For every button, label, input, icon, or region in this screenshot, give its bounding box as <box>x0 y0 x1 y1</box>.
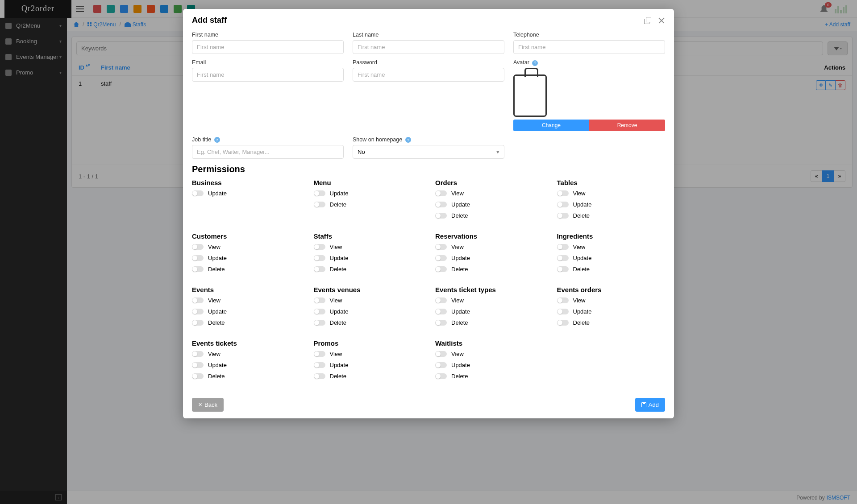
toggle-customers-view[interactable] <box>192 244 204 250</box>
telephone-label: Telephone <box>513 32 665 38</box>
perm-group-staffs: Staffs View Update Delete <box>314 232 422 277</box>
perm-group-tables: Tables View Update Delete <box>557 179 666 223</box>
toggle-promos-view[interactable] <box>314 351 325 357</box>
last-name-label: Last name <box>353 32 504 38</box>
email-input[interactable] <box>192 68 344 82</box>
toggle-events-orders-update[interactable] <box>557 309 569 314</box>
perm-group-events-ticket-types: Events ticket types View Update Delete <box>435 286 544 330</box>
toggle-events-tickets-view[interactable] <box>192 351 204 357</box>
perm-group-events-orders: Events orders View Update Delete <box>557 286 666 330</box>
telephone-input[interactable] <box>513 40 665 54</box>
perm-group-menu: Menu Update Delete <box>314 179 422 223</box>
toggle-events-ticket-types-update[interactable] <box>435 309 447 314</box>
close-icon[interactable] <box>658 17 665 24</box>
toggle-events-tickets-delete[interactable] <box>192 373 204 379</box>
toggle-menu-update[interactable] <box>314 190 325 196</box>
perm-group-reservations: Reservations View Update Delete <box>435 232 544 277</box>
avatar-change-button[interactable]: Change <box>513 120 589 131</box>
help-icon[interactable]: ? <box>532 60 538 66</box>
email-label: Email <box>192 59 344 66</box>
add-staff-modal: Add staff First name Last name Telephone… <box>183 9 674 418</box>
add-button[interactable]: Add <box>635 398 665 412</box>
password-input[interactable] <box>353 68 504 82</box>
perm-group-waitlists: Waitlists View Update Delete <box>435 339 544 384</box>
toggle-reservations-update[interactable] <box>435 255 447 261</box>
perm-group-promos: Promos View Update Delete <box>314 339 422 384</box>
toggle-tables-delete[interactable] <box>557 213 569 219</box>
help-icon[interactable]: ? <box>214 137 220 143</box>
modal-header: Add staff <box>183 9 674 32</box>
toggle-tables-view[interactable] <box>557 190 569 196</box>
toggle-events-tickets-update[interactable] <box>192 362 204 368</box>
toggle-events-update[interactable] <box>192 309 204 314</box>
permissions-title: Permissions <box>192 164 665 174</box>
toggle-events-ticket-types-view[interactable] <box>435 297 447 303</box>
toggle-events-view[interactable] <box>192 297 204 303</box>
job-title-input[interactable] <box>192 145 344 159</box>
toggle-events-delete[interactable] <box>192 320 204 326</box>
toggle-ingredients-view[interactable] <box>557 244 569 250</box>
first-name-label: First name <box>192 32 344 38</box>
toggle-reservations-delete[interactable] <box>435 266 447 272</box>
toggle-promos-delete[interactable] <box>314 373 325 379</box>
toggle-customers-update[interactable] <box>192 255 204 261</box>
avatar-label: Avatar ? <box>513 59 665 66</box>
password-label: Password <box>353 59 504 66</box>
toggle-menu-delete[interactable] <box>314 202 325 207</box>
save-icon <box>641 402 646 407</box>
toggle-reservations-view[interactable] <box>435 244 447 250</box>
avatar-remove-button[interactable]: Remove <box>589 120 665 131</box>
first-name-input[interactable] <box>192 40 344 54</box>
toggle-promos-update[interactable] <box>314 362 325 368</box>
toggle-events-orders-view[interactable] <box>557 297 569 303</box>
show-homepage-label: Show on homepage ? <box>353 136 504 143</box>
toggle-events-venues-view[interactable] <box>314 297 325 303</box>
toggle-customers-delete[interactable] <box>192 266 204 272</box>
avatar-placeholder-icon <box>513 74 547 117</box>
job-title-label: Job title ? <box>192 136 344 143</box>
toggle-ingredients-delete[interactable] <box>557 266 569 272</box>
popout-icon[interactable] <box>644 17 651 24</box>
last-name-input[interactable] <box>353 40 504 54</box>
toggle-staffs-update[interactable] <box>314 255 325 261</box>
perm-group-customers: Customers View Update Delete <box>192 232 300 277</box>
modal-overlay[interactable]: Add staff First name Last name Telephone… <box>0 0 857 504</box>
toggle-orders-delete[interactable] <box>435 213 447 219</box>
help-icon[interactable]: ? <box>405 137 411 143</box>
toggle-orders-view[interactable] <box>435 190 447 196</box>
toggle-events-venues-delete[interactable] <box>314 320 325 326</box>
toggle-waitlists-delete[interactable] <box>435 373 447 379</box>
toggle-staffs-delete[interactable] <box>314 266 325 272</box>
x-icon: ✕ <box>198 402 202 408</box>
toggle-events-ticket-types-delete[interactable] <box>435 320 447 326</box>
perm-group-business: Business Update <box>192 179 300 223</box>
modal-footer: ✕Back Add <box>183 391 674 418</box>
toggle-waitlists-update[interactable] <box>435 362 447 368</box>
perm-group-events: Events View Update Delete <box>192 286 300 330</box>
modal-title: Add staff <box>192 16 227 25</box>
modal-body: First name Last name Telephone Email Pas… <box>183 32 674 391</box>
toggle-events-venues-update[interactable] <box>314 309 325 314</box>
back-button[interactable]: ✕Back <box>192 398 224 412</box>
show-homepage-select[interactable]: No <box>353 145 504 159</box>
toggle-ingredients-update[interactable] <box>557 255 569 261</box>
perm-group-orders: Orders View Update Delete <box>435 179 544 223</box>
perm-group-events-venues: Events venues View Update Delete <box>314 286 422 330</box>
toggle-events-orders-delete[interactable] <box>557 320 569 326</box>
toggle-orders-update[interactable] <box>435 202 447 207</box>
toggle-business-update[interactable] <box>192 190 204 196</box>
permissions-grid: Business Update Menu Update Delete Order… <box>192 179 665 384</box>
toggle-staffs-view[interactable] <box>314 244 325 250</box>
perm-group-events-tickets: Events tickets View Update Delete <box>192 339 300 384</box>
toggle-waitlists-view[interactable] <box>435 351 447 357</box>
perm-group-ingredients: Ingredients View Update Delete <box>557 232 666 277</box>
toggle-tables-update[interactable] <box>557 202 569 207</box>
